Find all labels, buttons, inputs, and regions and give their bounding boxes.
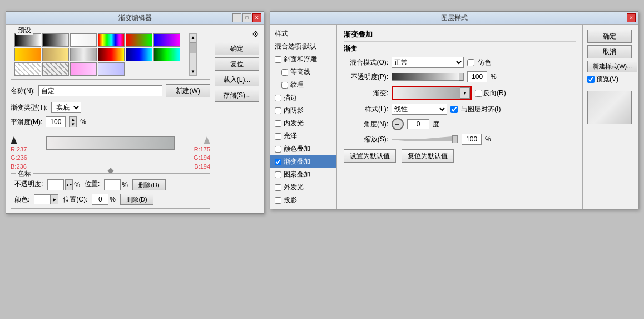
opacity-spin[interactable]: ▲▼ <box>65 179 73 190</box>
outerglow-checkbox[interactable] <box>275 184 281 191</box>
preset-item[interactable] <box>98 62 125 76</box>
gradient-bar[interactable] <box>46 136 175 150</box>
preset-item[interactable] <box>42 33 69 47</box>
scale-input[interactable] <box>462 134 482 145</box>
color-left-r: R:237 <box>11 145 44 154</box>
set-default-button[interactable]: 设置为默认值 <box>344 149 396 163</box>
opacity-input[interactable] <box>467 71 487 82</box>
texture-checkbox[interactable] <box>281 82 288 89</box>
stroke-checkbox[interactable] <box>275 95 281 101</box>
reverse-text: 反向(R) <box>483 89 506 98</box>
preset-item[interactable] <box>126 33 152 47</box>
preset-item[interactable] <box>153 33 180 47</box>
angle-degree: 度 <box>433 120 439 129</box>
coloroverlay-checkbox[interactable] <box>275 146 281 153</box>
confirm-button[interactable]: 确定 <box>215 42 259 55</box>
gradient-preview[interactable] <box>393 87 460 99</box>
simulate-checkbox[interactable] <box>467 59 474 66</box>
sidebar-item-blendoptions[interactable]: 混合选项:默认 <box>270 40 336 53</box>
sidebar-item-contour[interactable]: 等高线 <box>270 66 336 78</box>
reset-default-button[interactable]: 复位为默认值 <box>402 149 454 163</box>
opacity-slider[interactable] <box>392 73 464 81</box>
color-right-g: G:194 <box>194 154 210 162</box>
preset-area: ▲ ▼ <box>14 33 206 76</box>
sidebar-item-stroke[interactable]: 描边 <box>270 91 336 104</box>
preset-item[interactable] <box>70 62 97 76</box>
innershadow-checkbox[interactable] <box>275 107 281 114</box>
innerglow-checkbox[interactable] <box>275 120 281 127</box>
new-button[interactable]: 新建(W) <box>166 84 210 97</box>
gradientoverlay-checkbox[interactable] <box>275 159 281 165</box>
ls-cancel-button[interactable]: 取消 <box>587 45 632 58</box>
reset-button[interactable]: 复位 <box>215 57 259 71</box>
sidebar-item-innershadow[interactable]: 内阴影 <box>270 104 336 117</box>
preset-item[interactable] <box>126 48 152 61</box>
preset-item[interactable] <box>70 48 97 61</box>
angle-dial[interactable] <box>392 118 404 130</box>
ls-close-button[interactable]: ✕ <box>627 13 636 22</box>
close-button[interactable]: ✕ <box>252 13 261 22</box>
type-select[interactable]: 实底 <box>51 102 81 113</box>
sidebar-item-coloroverlay[interactable]: 颜色叠加 <box>270 143 336 155</box>
gear-icon[interactable] <box>252 30 259 38</box>
name-input[interactable] <box>38 85 162 96</box>
alignlayer-checkbox[interactable] <box>450 106 458 113</box>
preset-item[interactable] <box>14 33 41 47</box>
scroll-thumb[interactable] <box>190 42 196 53</box>
delete-button1[interactable]: 删除(D) <box>132 179 166 190</box>
color-swatch[interactable] <box>34 194 51 204</box>
ls-newstyle-button[interactable]: 新建样式(W)... <box>587 61 637 72</box>
position-input[interactable] <box>104 179 121 190</box>
color-arrow[interactable]: ▶ <box>51 194 58 204</box>
save-button[interactable]: 存储(S)... <box>215 89 259 102</box>
delete-button2[interactable]: 删除(D) <box>120 194 153 205</box>
style-select[interactable]: 线性 <box>392 104 447 115</box>
sidebar-item-bevel[interactable]: 斜面和浮雕 <box>270 53 336 66</box>
blend-mode-label: 混合模式(O): <box>344 58 388 67</box>
sidebar-item-gradientoverlay[interactable]: 渐变叠加 <box>270 155 336 168</box>
load-button[interactable]: 载入(L)... <box>215 73 259 86</box>
sidebar-item-patternoverlay[interactable]: 图案叠加 <box>270 168 336 181</box>
angle-dial-line <box>395 124 399 125</box>
contour-checkbox[interactable] <box>281 69 288 76</box>
preset-item[interactable] <box>42 62 69 76</box>
smooth-value[interactable] <box>46 116 66 127</box>
preset-item[interactable] <box>98 48 125 61</box>
dropshadow-checkbox[interactable] <box>275 197 281 204</box>
bevel-checkbox[interactable] <box>275 56 281 63</box>
reverse-checkbox[interactable] <box>475 90 482 97</box>
left-stop-marker[interactable] <box>11 136 17 144</box>
preview-checkbox[interactable] <box>587 76 595 83</box>
patternoverlay-checkbox[interactable] <box>275 171 281 178</box>
gradient-dropdown[interactable]: ▼ <box>460 87 470 99</box>
type-label: 渐变类型(T): <box>11 103 48 112</box>
gradient-picker-wrapper: ▼ <box>392 86 472 100</box>
preset-scrollbar[interactable]: ▲ ▼ <box>189 33 197 76</box>
sidebar-item-innerglow[interactable]: 内发光 <box>270 117 336 130</box>
preset-item[interactable] <box>42 48 69 61</box>
preset-item[interactable] <box>14 62 41 76</box>
scale-track <box>392 135 458 143</box>
scroll-up-arrow[interactable]: ▲ <box>191 34 195 41</box>
blend-mode-select[interactable]: 正常 <box>392 57 464 68</box>
sidebar-item-outerglow[interactable]: 外发光 <box>270 181 336 194</box>
satin-checkbox[interactable] <box>275 133 281 140</box>
sidebar-item-style[interactable]: 样式 <box>270 27 336 40</box>
sidebar-item-satin[interactable]: 光泽 <box>270 130 336 143</box>
angle-input[interactable] <box>407 119 429 129</box>
sidebar-item-texture[interactable]: 纹理 <box>270 78 336 91</box>
ls-confirm-button[interactable]: 确定 <box>587 30 632 43</box>
preset-item[interactable] <box>98 33 125 47</box>
smooth-spin[interactable]: ▲▼ <box>69 116 77 127</box>
preset-item[interactable] <box>14 48 41 61</box>
scale-thumb[interactable] <box>452 135 458 143</box>
minimize-button[interactable]: – <box>232 13 241 22</box>
sidebar-item-dropshadow[interactable]: 投影 <box>270 194 336 207</box>
preset-item[interactable] <box>153 48 180 61</box>
opacity-input[interactable] <box>47 179 64 190</box>
scroll-down-arrow[interactable]: ▼ <box>191 68 195 75</box>
preset-item[interactable] <box>70 33 97 47</box>
restore-button[interactable]: □ <box>242 13 251 22</box>
position-c-input[interactable] <box>92 194 108 205</box>
right-stop-marker[interactable] <box>204 136 210 144</box>
